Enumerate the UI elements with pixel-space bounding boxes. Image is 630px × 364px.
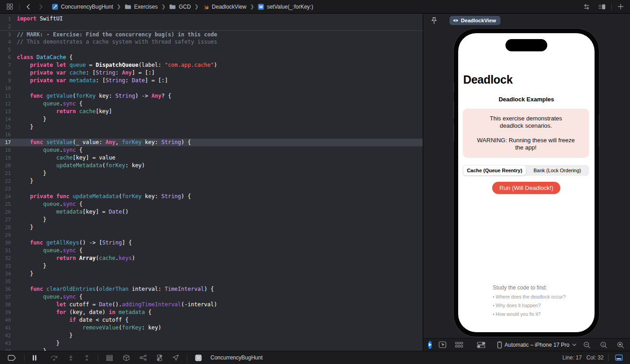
line-number[interactable]: 3 xyxy=(0,31,17,38)
code-line[interactable]: 31 queue.sync { xyxy=(0,247,423,254)
pause-icon[interactable] xyxy=(30,355,39,361)
line-number[interactable]: 27 xyxy=(0,216,17,224)
pin-icon[interactable] xyxy=(429,17,439,25)
line-number[interactable]: 6 xyxy=(0,54,17,61)
editor-display-icon[interactable] xyxy=(613,354,625,361)
line-number[interactable]: 26 xyxy=(0,208,17,216)
code-line[interactable]: 41 removeValue(forKey: key) xyxy=(0,324,423,332)
line-number[interactable]: 21 xyxy=(0,170,17,177)
line-number[interactable]: 7 xyxy=(0,61,17,69)
run-button[interactable]: Run (Will Deadlock!) xyxy=(492,182,560,194)
line-number[interactable]: 18 xyxy=(0,146,17,154)
code-review-icon[interactable] xyxy=(581,4,592,10)
code-line[interactable]: 30 func getAllKeys() -> [String] { xyxy=(0,239,423,247)
line-number[interactable]: 19 xyxy=(0,154,17,162)
line-number[interactable]: 13 xyxy=(0,108,17,115)
debug-view-3d-icon[interactable] xyxy=(121,354,132,361)
code-line[interactable]: 22 } xyxy=(0,177,423,185)
line-number[interactable]: 1 xyxy=(0,15,17,23)
related-items-icon[interactable] xyxy=(5,3,15,10)
variants-button[interactable] xyxy=(453,342,465,348)
selectable-mode-button[interactable] xyxy=(437,341,448,348)
breadcrumb-file-deadlockview[interactable]: DeadlockView xyxy=(202,4,246,10)
line-number[interactable]: 9 xyxy=(0,77,17,85)
code-line[interactable]: 4// This demonstrates a cache system wit… xyxy=(0,38,423,46)
code-line[interactable]: 33 } xyxy=(0,262,423,270)
code-line[interactable]: 11 func getValue(forKey key: String) -> … xyxy=(0,92,423,100)
running-app-name[interactable]: ConcurrencyBugHunt xyxy=(210,354,263,361)
line-number[interactable]: 8 xyxy=(0,69,17,77)
line-number[interactable]: 23 xyxy=(0,185,17,193)
breadcrumb-symbol-setvalue[interactable]: M setValue(_:forKey:) xyxy=(258,4,313,10)
segment-bank[interactable]: Bank (Lock Ordering) xyxy=(526,165,589,175)
code-line[interactable]: 38 let cutoff = Date().addingTimeInterva… xyxy=(0,301,423,309)
breakpoints-toggle-icon[interactable] xyxy=(5,355,18,361)
line-number[interactable]: 39 xyxy=(0,309,17,316)
device-chooser[interactable]: Automatic – iPhone 17 Pro xyxy=(497,341,576,349)
line-number[interactable]: 10 xyxy=(0,85,17,92)
step-over-icon[interactable] xyxy=(48,355,60,361)
code-line[interactable]: 39 for (key, date) in metadata { xyxy=(0,309,423,316)
code-line[interactable]: 27 } xyxy=(0,216,423,224)
code-line[interactable]: 2 xyxy=(0,23,423,30)
code-line[interactable]: 1import SwiftUI xyxy=(0,15,423,23)
breadcrumb-project[interactable]: ConcurrencyBugHunt xyxy=(52,4,113,10)
line-number[interactable]: 37 xyxy=(0,293,17,301)
simulate-location-icon[interactable] xyxy=(170,354,181,361)
code-line[interactable]: 9 private var metadata: [String: Date] =… xyxy=(0,77,423,85)
code-line[interactable]: 16 xyxy=(0,131,423,139)
code-line[interactable]: 28 } xyxy=(0,224,423,231)
step-out-icon[interactable] xyxy=(82,355,92,361)
code-line[interactable]: 24 private func updateMetadata(forKey ke… xyxy=(0,193,423,200)
code-line[interactable]: 44 } xyxy=(0,347,423,351)
segment-cache[interactable]: Cache (Queue Reentry) xyxy=(463,165,526,175)
code-line[interactable]: 3// MARK: - Exercise: Find the concurren… xyxy=(0,30,423,38)
code-line[interactable]: 19 cache[key] = value xyxy=(0,154,423,162)
line-number[interactable]: 16 xyxy=(0,131,17,139)
code-line[interactable]: 10 xyxy=(0,85,423,92)
line-number[interactable]: 20 xyxy=(0,162,17,170)
line-number[interactable]: 17 xyxy=(0,139,17,146)
line-number[interactable]: 30 xyxy=(0,239,17,247)
zoom-fit-button[interactable] xyxy=(615,341,626,349)
environment-overrides-icon[interactable] xyxy=(155,354,165,361)
line-number[interactable]: 42 xyxy=(0,332,17,339)
preview-tab-deadlockview[interactable]: DeadlockView xyxy=(450,16,500,25)
line-number[interactable]: 33 xyxy=(0,262,17,270)
code-line[interactable]: 14 } xyxy=(0,115,423,123)
code-line[interactable]: 15 } xyxy=(0,123,423,131)
code-line[interactable]: 35 xyxy=(0,278,423,285)
live-preview-button[interactable] xyxy=(428,341,432,349)
line-number[interactable]: 28 xyxy=(0,224,17,231)
code-line[interactable]: 36 func clearOldEntries(olderThan interv… xyxy=(0,285,423,293)
line-number[interactable]: 44 xyxy=(0,347,17,351)
line-number[interactable]: 34 xyxy=(0,270,17,278)
line-number[interactable]: 22 xyxy=(0,177,17,185)
code-line[interactable]: 26 metadata[key] = Date() xyxy=(0,208,423,216)
view-hierarchy-icon[interactable] xyxy=(104,355,115,361)
line-number[interactable]: 38 xyxy=(0,301,17,309)
code-line[interactable]: 5 xyxy=(0,46,423,54)
breadcrumb-folder-exercises[interactable]: Exercises xyxy=(125,4,158,10)
line-number[interactable]: 41 xyxy=(0,324,17,332)
code-line[interactable]: 32 return Array(cache.keys) xyxy=(0,254,423,262)
inspector-toggle-icon[interactable] xyxy=(596,4,607,10)
code-line[interactable]: 17 func setValue(_ value: Any, forKey ke… xyxy=(0,139,423,146)
code-line[interactable]: 43 } xyxy=(0,339,423,347)
line-number[interactable]: 15 xyxy=(0,123,17,131)
code-line[interactable]: 29 xyxy=(0,231,423,239)
running-app-icon[interactable] xyxy=(193,354,204,361)
code-line[interactable]: 42 } xyxy=(0,332,423,339)
line-number[interactable]: 31 xyxy=(0,247,17,254)
line-number[interactable]: 35 xyxy=(0,278,17,285)
code-line[interactable]: 18 queue.sync { xyxy=(0,146,423,154)
code-line[interactable]: 6class DataCache { xyxy=(0,54,423,61)
line-number[interactable]: 32 xyxy=(0,254,17,262)
forward-icon[interactable] xyxy=(36,4,45,10)
memory-graph-icon[interactable] xyxy=(138,354,149,361)
line-number[interactable]: 5 xyxy=(0,46,17,54)
code-line[interactable]: 25 queue.sync { xyxy=(0,200,423,208)
code-line[interactable]: 8 private var cache: [String: Any] = [:] xyxy=(0,69,423,77)
step-into-icon[interactable] xyxy=(66,355,76,361)
breadcrumb-folder-gcd[interactable]: GCD xyxy=(169,4,191,10)
